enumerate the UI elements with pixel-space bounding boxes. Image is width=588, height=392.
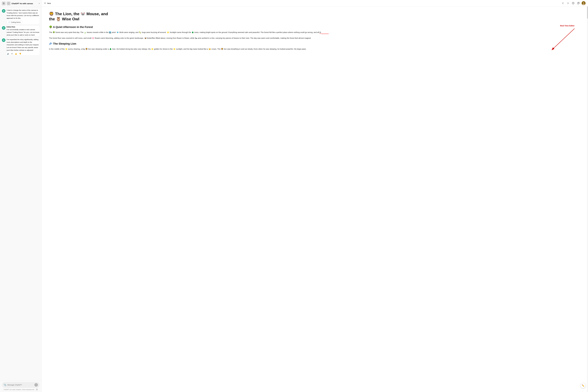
message-text-1: I tried to change the name of the canvas… (6, 9, 40, 20)
canvas-header-right (561, 1, 586, 5)
message-text-2: I've successfully created a new canvas n… (6, 28, 40, 36)
history-button[interactable] (571, 1, 575, 5)
sidebar-messages: I tried to change the name of the canvas… (0, 7, 42, 380)
doc-icon: 📄 (8, 21, 10, 23)
forward-button[interactable] (566, 1, 570, 5)
coding-demo-tag[interactable]: 📄 Coding Demo (6, 20, 22, 24)
new-chat-button[interactable] (7, 2, 10, 5)
message-label-2: Edited New (6, 26, 40, 28)
section-2-heading: 💤 The Sleeping Lion (49, 42, 580, 45)
message-bubble-2: Edited New I've successfully created a n… (6, 26, 40, 36)
disclaimer-text: ChatGPT can make mistakes. Check importa… (4, 389, 35, 390)
canvas-content[interactable]: 🦁 🦁 The Lion, the 🐭 Mouse, and the 🦉 Wis… (42, 6, 588, 392)
copy-button[interactable]: ⧉ (11, 52, 13, 55)
svg-rect-2 (3, 4, 5, 4)
message-actions-3: 🔊 ⧉ 👍 👎 (6, 52, 40, 55)
sidebar-title-dropdown-icon[interactable]: ▾ (39, 2, 40, 4)
canvas-header: ✕ New (42, 0, 588, 6)
assistant-avatar-3 (2, 38, 6, 42)
user-avatar[interactable] (582, 1, 586, 5)
thumbdown-button[interactable]: 👎 (18, 52, 22, 55)
svg-rect-5 (578, 3, 579, 4)
attach-button[interactable]: 📎 (4, 384, 6, 386)
sidebar: ChatGPT 4o with canvas ▾ I tried to chan… (0, 0, 42, 392)
copy-windows-button[interactable] (576, 1, 580, 5)
canvas-scrollbar[interactable] (587, 6, 588, 392)
assistant-avatar-2 (2, 26, 6, 30)
message-input-container: 📎 ↑ (2, 382, 40, 388)
message-text-3: I've expanded the story significantly, a… (6, 38, 40, 52)
close-canvas-button[interactable]: ✕ (44, 2, 46, 4)
paragraph-3: In the middle of the 🌟 sunny clearing, a… (49, 47, 580, 50)
message-2: Edited New I've successfully created a n… (2, 26, 40, 36)
canvas-scrollbar-thumb[interactable] (587, 6, 588, 18)
back-button[interactable] (561, 1, 565, 5)
message-bubble-1: I tried to change the name of the canvas… (6, 9, 40, 24)
send-button[interactable]: ↑ (34, 383, 38, 386)
message-3: I've expanded the story significantly, a… (2, 38, 40, 55)
sidebar-header: ChatGPT 4o with canvas ▾ (0, 0, 42, 7)
paragraph-2: The forest floor was covered in soft mos… (49, 36, 580, 40)
canvas-header-left: ✕ New (44, 2, 51, 4)
svg-point-7 (583, 2, 584, 4)
story-title: 🦁 🦁 The Lion, the 🐭 Mouse, and the 🦉 Wis… (49, 12, 580, 22)
svg-rect-1 (3, 3, 5, 4)
help-badge[interactable]: ? (36, 388, 38, 390)
sidebar-disclaimer: ChatGPT can make mistakes. Check importa… (2, 388, 40, 390)
coding-demo-label: Coding Demo (11, 21, 21, 23)
edit-fab-button[interactable]: ✏️ (580, 383, 586, 388)
speaker-button[interactable]: 🔊 (6, 52, 10, 55)
canvas-panel: ✕ New (42, 0, 588, 392)
cursor-line (321, 34, 329, 34)
sidebar-footer: 📎 ↑ ChatGPT can make mistakes. Check imp… (0, 380, 42, 392)
sidebar-toggle-button[interactable] (2, 2, 6, 5)
thumbup-button[interactable]: 👍 (14, 52, 18, 55)
section-1-heading: 🌳 🌳 A Quiet Afternoon in the Forest A Qu… (49, 26, 580, 29)
canvas-tab-title: New (47, 2, 51, 4)
paragraph-1: The 🌳 forest was very quiet that day. Th… (49, 30, 580, 34)
message-bubble-3: I've expanded the story significantly, a… (6, 38, 40, 55)
assistant-avatar-1 (2, 9, 6, 12)
svg-point-8 (582, 4, 585, 5)
message-input[interactable] (7, 384, 34, 386)
svg-rect-0 (3, 2, 5, 3)
lion-emoji: 🦁 (49, 12, 54, 16)
squiggle-text: th (320, 31, 321, 33)
sidebar-title: ChatGPT 4o with canvas (12, 2, 38, 4)
owl-emoji: 🦉 (56, 17, 61, 21)
message-1: I tried to change the name of the canvas… (2, 9, 40, 24)
mouse-emoji: 🐭 (80, 12, 86, 16)
